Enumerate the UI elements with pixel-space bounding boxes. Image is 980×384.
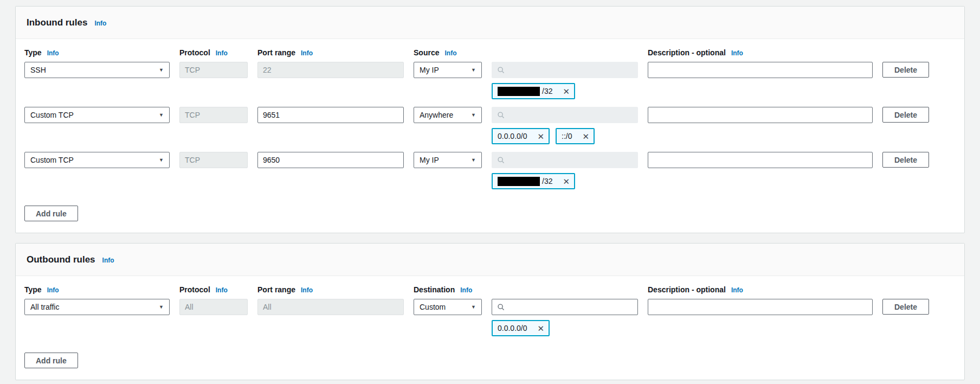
add-rule-button[interactable]: Add rule: [24, 206, 78, 221]
port-range-field: [257, 62, 404, 78]
cidr-token: /32 ✕: [492, 173, 575, 189]
description-input[interactable]: [648, 62, 873, 78]
inbound-rule-row-2: Custom TCP ▼ Anywhere ▼ Delete 0.0.0.0/0: [24, 107, 956, 144]
type-column-label: Type Info: [24, 286, 170, 294]
chevron-down-icon: ▼: [159, 158, 164, 163]
cidr-token: ::/0 ✕: [556, 128, 595, 144]
description-info-link[interactable]: Info: [731, 286, 743, 294]
search-icon: [497, 156, 505, 164]
dismiss-icon[interactable]: ✕: [538, 324, 545, 332]
redacted-ip: [498, 177, 540, 186]
protocol-info-link[interactable]: Info: [216, 286, 228, 294]
search-icon: [497, 66, 505, 74]
source-cidr-search-input: [509, 110, 633, 120]
source-select[interactable]: My IP ▼: [414, 152, 482, 168]
cidr-token-list: /32 ✕: [492, 83, 638, 99]
description-input[interactable]: [648, 152, 873, 168]
cidr-token-list: /32 ✕: [492, 173, 638, 189]
source-cidr-search: [492, 152, 638, 168]
inbound-rules-header: Inbound rules Info: [16, 7, 964, 39]
protocol-column-label: Protocol Info: [179, 49, 248, 57]
source-info-link[interactable]: Info: [444, 49, 456, 57]
source-cidr-search: [492, 62, 638, 78]
destination-cidr-search[interactable]: [492, 299, 638, 315]
type-info-link[interactable]: Info: [47, 49, 59, 57]
search-icon: [497, 303, 505, 311]
type-info-link[interactable]: Info: [47, 286, 59, 294]
port-range-info-link[interactable]: Info: [301, 49, 313, 57]
inbound-rules-info-link[interactable]: Info: [94, 20, 106, 27]
chevron-down-icon: ▼: [471, 68, 476, 73]
search-icon: [497, 111, 505, 119]
description-input[interactable]: [648, 107, 873, 123]
source-cidr-search: [492, 107, 638, 123]
destination-select[interactable]: Custom ▼: [414, 299, 482, 315]
outbound-column-labels: Type Info Protocol Info Port range Info …: [24, 286, 956, 294]
chevron-down-icon: ▼: [471, 158, 476, 163]
outbound-rules-info-link[interactable]: Info: [102, 257, 114, 264]
cidr-token-list: 0.0.0.0/0 ✕ ::/0 ✕: [492, 128, 638, 144]
outbound-rules-header: Outbound rules Info: [16, 244, 964, 276]
type-select[interactable]: All traffic ▼: [24, 299, 170, 315]
cidr-token-list: 0.0.0.0/0 ✕: [492, 320, 638, 336]
cidr-token: 0.0.0.0/0 ✕: [492, 128, 550, 144]
outbound-rules-body: Type Info Protocol Info Port range Info …: [16, 276, 964, 380]
inbound-rules-body: Type Info Protocol Info Port range Info …: [16, 39, 964, 233]
chevron-down-icon: ▼: [471, 113, 476, 118]
source-select[interactable]: My IP ▼: [414, 62, 482, 78]
type-column-label: Type Info: [24, 49, 170, 57]
destination-cidr-search-input[interactable]: [509, 302, 633, 312]
chevron-down-icon: ▼: [159, 113, 164, 118]
port-range-input[interactable]: [257, 107, 404, 123]
redacted-ip: [498, 87, 540, 96]
protocol-field: [179, 152, 248, 168]
port-range-input[interactable]: [257, 152, 404, 168]
protocol-field: [179, 62, 248, 78]
type-select[interactable]: Custom TCP ▼: [24, 152, 170, 168]
destination-info-link[interactable]: Info: [460, 286, 472, 294]
protocol-field: [179, 107, 248, 123]
chevron-down-icon: ▼: [471, 305, 476, 310]
inbound-rule-row-1: SSH ▼ My IP ▼ Delete /32 ✕: [24, 62, 956, 99]
chevron-down-icon: ▼: [159, 68, 164, 73]
protocol-field: [179, 299, 248, 315]
description-column-label: Description - optional Info: [648, 286, 873, 294]
description-column-label: Description - optional Info: [648, 49, 873, 57]
delete-rule-button[interactable]: Delete: [882, 107, 929, 123]
inbound-rule-row-3: Custom TCP ▼ My IP ▼ Delete /32: [24, 152, 956, 189]
delete-rule-button[interactable]: Delete: [882, 152, 929, 168]
protocol-column-label: Protocol Info: [179, 286, 248, 294]
outbound-rules-title: Outbound rules: [27, 253, 95, 267]
type-select[interactable]: SSH ▼: [24, 62, 170, 78]
cidr-token: /32 ✕: [492, 83, 575, 99]
inbound-column-labels: Type Info Protocol Info Port range Info …: [24, 49, 956, 57]
outbound-rule-row-1: All traffic ▼ Custom ▼ Delete 0.0.0.0/0: [24, 299, 956, 336]
source-column-label: Source Info: [414, 49, 482, 57]
dismiss-icon[interactable]: ✕: [563, 177, 570, 185]
source-select[interactable]: Anywhere ▼: [414, 107, 482, 123]
description-input[interactable]: [648, 299, 873, 315]
outbound-rules-panel: Outbound rules Info Type Info Protocol I…: [15, 243, 965, 380]
destination-column-label: Destination Info: [414, 286, 482, 294]
cidr-token: 0.0.0.0/0 ✕: [492, 320, 550, 336]
delete-rule-button[interactable]: Delete: [882, 62, 929, 78]
port-range-field: [257, 299, 404, 315]
description-info-link[interactable]: Info: [731, 49, 743, 57]
port-range-column-label: Port range Info: [257, 286, 404, 294]
dismiss-icon[interactable]: ✕: [538, 132, 545, 140]
dismiss-icon[interactable]: ✕: [583, 132, 590, 140]
port-range-column-label: Port range Info: [257, 49, 404, 57]
source-cidr-search-input: [509, 155, 633, 165]
protocol-info-link[interactable]: Info: [216, 49, 228, 57]
dismiss-icon[interactable]: ✕: [563, 87, 570, 95]
add-rule-button[interactable]: Add rule: [24, 353, 78, 368]
type-select[interactable]: Custom TCP ▼: [24, 107, 170, 123]
inbound-rules-title: Inbound rules: [27, 16, 87, 30]
source-cidr-search-input: [509, 65, 633, 75]
chevron-down-icon: ▼: [159, 305, 164, 310]
port-range-info-link[interactable]: Info: [301, 286, 313, 294]
delete-rule-button[interactable]: Delete: [882, 299, 929, 315]
inbound-rules-panel: Inbound rules Info Type Info Protocol In…: [15, 6, 965, 233]
